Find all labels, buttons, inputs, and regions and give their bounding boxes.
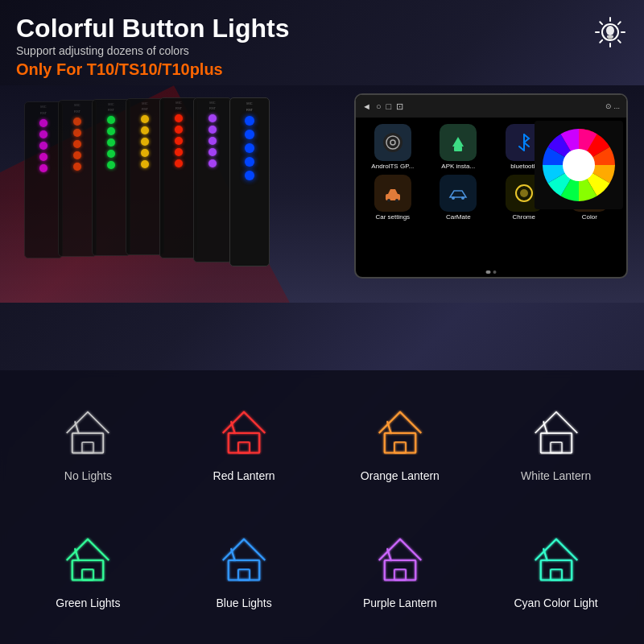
- page-title: Colorful Button Lights: [16, 14, 628, 43]
- svg-point-10: [395, 199, 398, 202]
- svg-rect-33: [551, 443, 562, 453]
- house-icon-white-lantern: [528, 405, 584, 461]
- light-item-orange-lantern[interactable]: Orange Lantern: [328, 386, 473, 502]
- main-screen: ◄ ○ □ ⊡ ⊙ ... AndrolTS GP...: [354, 93, 628, 279]
- house-icon-red-lantern: [216, 405, 272, 461]
- app-apk[interactable]: APK insta...: [428, 124, 489, 170]
- status-icons: ⊙ ...: [605, 102, 620, 110]
- svg-point-14: [520, 189, 528, 197]
- app-androit[interactable]: AndrolTS GP...: [362, 124, 423, 170]
- bottom-section: No Lights Red Lantern: [0, 370, 644, 644]
- app-carmate[interactable]: CarMate: [428, 175, 489, 221]
- svg-rect-48: [394, 569, 406, 580]
- svg-point-12: [461, 196, 464, 200]
- nav-home: ○: [376, 101, 382, 111]
- model-text: Only For T10/TS10/T10plus: [16, 60, 628, 79]
- page-subtitle: Support adjusting dozens of colors: [16, 44, 628, 57]
- svg-rect-43: [238, 569, 250, 580]
- screens-area: MIC RST MIC RST: [0, 85, 644, 303]
- light-label-blue-lights: Blue Lights: [216, 597, 271, 609]
- light-item-red-lantern[interactable]: Red Lantern: [172, 386, 316, 502]
- house-icon-orange-lantern: [372, 405, 428, 461]
- nav-back: ◄: [362, 101, 371, 111]
- svg-rect-28: [394, 443, 406, 453]
- header-section: Colorful Button Lights Support adjusting…: [0, 0, 644, 85]
- bulb-icon: [592, 14, 628, 50]
- light-label-orange-lantern: Orange Lantern: [361, 469, 440, 482]
- lights-grid: No Lights Red Lantern: [0, 370, 644, 644]
- page-content: Colorful Button Lights Support adjusting…: [0, 0, 644, 644]
- light-item-purple-lantern[interactable]: Purple Lantern: [328, 514, 473, 629]
- nav-menu: ⊡: [396, 101, 403, 112]
- house-icon-no-lights: [60, 405, 116, 461]
- light-label-no-lights: No Lights: [64, 469, 112, 482]
- svg-point-9: [387, 199, 390, 202]
- svg-rect-23: [238, 443, 250, 453]
- svg-rect-17: [72, 433, 104, 453]
- nav-recent: □: [386, 101, 392, 111]
- svg-point-1: [606, 26, 614, 35]
- page-dots: [486, 270, 497, 274]
- svg-rect-3: [608, 38, 613, 39]
- svg-rect-32: [540, 433, 572, 453]
- svg-point-11: [452, 196, 455, 200]
- svg-rect-53: [551, 569, 562, 580]
- svg-rect-7: [454, 147, 462, 151]
- light-label-white-lantern: White Lantern: [521, 469, 591, 482]
- svg-point-16: [563, 149, 595, 181]
- house-icon-blue-lights: [216, 532, 272, 588]
- svg-rect-18: [82, 443, 93, 453]
- light-item-green-lights[interactable]: Green Lights: [16, 514, 160, 629]
- screen-top-bar: ◄ ○ □ ⊡ ⊙ ...: [356, 95, 626, 118]
- light-item-cyan-color-light[interactable]: Cyan Color Light: [484, 514, 628, 629]
- light-item-white-lantern[interactable]: White Lantern: [484, 386, 628, 502]
- house-icon-purple-lantern: [372, 532, 428, 588]
- color-wheel-popup: [535, 121, 623, 209]
- light-item-blue-lights[interactable]: Blue Lights: [172, 514, 316, 629]
- light-label-purple-lantern: Purple Lantern: [363, 597, 437, 609]
- light-label-green-lights: Green Lights: [56, 597, 120, 609]
- color-wheel-svg: [539, 125, 619, 205]
- app-car-settings[interactable]: Car settings: [362, 175, 423, 221]
- light-label-cyan-color-light: Cyan Color Light: [514, 597, 597, 609]
- svg-rect-38: [82, 569, 93, 580]
- light-label-red-lantern: Red Lantern: [213, 469, 275, 482]
- house-icon-green-lights: [60, 532, 116, 588]
- light-item-no-lights[interactable]: No Lights: [16, 386, 160, 502]
- house-icon-cyan-color-light: [528, 532, 584, 588]
- svg-rect-2: [607, 35, 613, 38]
